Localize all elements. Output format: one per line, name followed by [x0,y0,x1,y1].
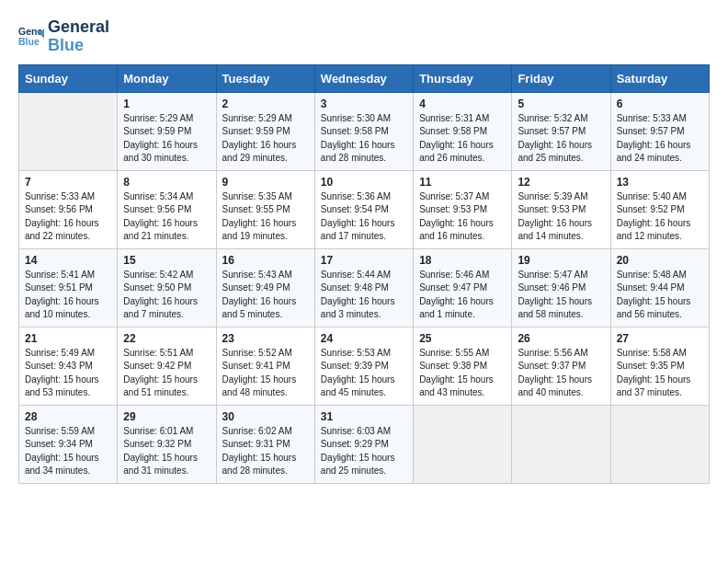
page-header: General Blue General Blue [18,18,710,55]
day-cell: 26Sunrise: 5:56 AM Sunset: 9:37 PM Dayli… [512,327,610,405]
day-cell: 31Sunrise: 6:03 AM Sunset: 9:29 PM Dayli… [314,405,413,483]
day-cell: 25Sunrise: 5:55 AM Sunset: 9:38 PM Dayli… [414,327,512,405]
day-number: 28 [25,410,111,423]
day-number: 1 [123,98,210,110]
day-info: Sunrise: 5:29 AM Sunset: 9:59 PM Dayligh… [222,112,309,166]
day-info: Sunrise: 5:42 AM Sunset: 9:50 PM Dayligh… [123,269,210,322]
day-cell: 13Sunrise: 5:40 AM Sunset: 9:52 PM Dayli… [610,170,709,248]
day-info: Sunrise: 5:32 AM Sunset: 9:57 PM Dayligh… [518,112,604,166]
day-cell [414,405,512,483]
day-number: 5 [518,98,604,110]
day-info: Sunrise: 5:37 AM Sunset: 9:53 PM Dayligh… [419,190,506,244]
logo: General Blue General Blue [18,18,109,55]
day-number: 25 [419,332,506,345]
day-info: Sunrise: 5:53 AM Sunset: 9:39 PM Dayligh… [321,347,407,400]
day-number: 15 [123,254,210,267]
day-number: 17 [321,254,407,267]
header-cell-saturday: Saturday [610,64,709,92]
day-number: 29 [123,410,210,423]
day-info: Sunrise: 5:44 AM Sunset: 9:48 PM Dayligh… [321,269,407,322]
day-number: 9 [222,176,309,189]
calendar-table: SundayMondayTuesdayWednesdayThursdayFrid… [18,64,710,484]
day-cell: 4Sunrise: 5:31 AM Sunset: 9:58 PM Daylig… [414,92,512,170]
svg-text:Blue: Blue [18,36,40,47]
day-cell: 8Sunrise: 5:34 AM Sunset: 9:56 PM Daylig… [118,170,216,248]
day-info: Sunrise: 6:01 AM Sunset: 9:32 PM Dayligh… [123,425,210,478]
day-cell: 22Sunrise: 5:51 AM Sunset: 9:42 PM Dayli… [118,327,216,405]
day-info: Sunrise: 6:03 AM Sunset: 9:29 PM Dayligh… [321,425,407,478]
day-number: 24 [321,332,407,345]
day-info: Sunrise: 5:51 AM Sunset: 9:42 PM Dayligh… [123,347,210,400]
day-number: 6 [617,98,703,110]
header-cell-sunday: Sunday [19,64,118,92]
day-info: Sunrise: 5:47 AM Sunset: 9:46 PM Dayligh… [518,269,604,322]
day-cell [19,92,118,170]
day-cell: 18Sunrise: 5:46 AM Sunset: 9:47 PM Dayli… [414,248,512,327]
day-info: Sunrise: 5:34 AM Sunset: 9:56 PM Dayligh… [123,190,210,244]
week-row-5: 28Sunrise: 5:59 AM Sunset: 9:34 PM Dayli… [19,405,710,483]
header-cell-monday: Monday [118,64,216,92]
day-info: Sunrise: 5:58 AM Sunset: 9:35 PM Dayligh… [617,347,703,400]
week-row-3: 14Sunrise: 5:41 AM Sunset: 9:51 PM Dayli… [19,248,710,327]
day-cell: 30Sunrise: 6:02 AM Sunset: 9:31 PM Dayli… [216,405,314,483]
day-info: Sunrise: 5:49 AM Sunset: 9:43 PM Dayligh… [25,347,111,400]
day-cell: 12Sunrise: 5:39 AM Sunset: 9:53 PM Dayli… [512,170,610,248]
day-number: 12 [518,176,604,189]
day-number: 16 [222,254,309,267]
day-cell [512,405,610,483]
day-number: 8 [123,176,210,189]
week-row-4: 21Sunrise: 5:49 AM Sunset: 9:43 PM Dayli… [19,327,710,405]
day-cell: 27Sunrise: 5:58 AM Sunset: 9:35 PM Dayli… [610,327,709,405]
day-info: Sunrise: 5:35 AM Sunset: 9:55 PM Dayligh… [222,190,309,244]
day-info: Sunrise: 5:33 AM Sunset: 9:56 PM Dayligh… [25,190,111,244]
day-number: 23 [222,332,309,345]
week-row-2: 7Sunrise: 5:33 AM Sunset: 9:56 PM Daylig… [19,170,710,248]
header-cell-wednesday: Wednesday [314,64,413,92]
day-number: 31 [321,410,407,423]
header-cell-thursday: Thursday [414,64,512,92]
day-info: Sunrise: 5:48 AM Sunset: 9:44 PM Dayligh… [617,269,703,322]
day-info: Sunrise: 5:41 AM Sunset: 9:51 PM Dayligh… [25,269,111,322]
header-row: SundayMondayTuesdayWednesdayThursdayFrid… [19,64,710,92]
logo-text: General Blue [48,18,109,55]
day-cell: 21Sunrise: 5:49 AM Sunset: 9:43 PM Dayli… [19,327,118,405]
header-cell-tuesday: Tuesday [216,64,314,92]
day-cell: 2Sunrise: 5:29 AM Sunset: 9:59 PM Daylig… [216,92,314,170]
day-info: Sunrise: 5:59 AM Sunset: 9:34 PM Dayligh… [25,425,111,478]
day-cell: 9Sunrise: 5:35 AM Sunset: 9:55 PM Daylig… [216,170,314,248]
day-number: 3 [321,98,407,110]
day-info: Sunrise: 5:46 AM Sunset: 9:47 PM Dayligh… [419,269,506,322]
day-number: 4 [419,98,506,110]
day-cell: 15Sunrise: 5:42 AM Sunset: 9:50 PM Dayli… [118,248,216,327]
day-number: 20 [617,254,703,267]
day-info: Sunrise: 5:29 AM Sunset: 9:59 PM Dayligh… [123,112,210,166]
day-info: Sunrise: 5:30 AM Sunset: 9:58 PM Dayligh… [321,112,407,166]
day-cell: 5Sunrise: 5:32 AM Sunset: 9:57 PM Daylig… [512,92,610,170]
calendar-header: SundayMondayTuesdayWednesdayThursdayFrid… [19,64,710,92]
header-cell-friday: Friday [512,64,610,92]
day-cell: 1Sunrise: 5:29 AM Sunset: 9:59 PM Daylig… [118,92,216,170]
day-cell: 28Sunrise: 5:59 AM Sunset: 9:34 PM Dayli… [19,405,118,483]
day-cell: 11Sunrise: 5:37 AM Sunset: 9:53 PM Dayli… [414,170,512,248]
day-info: Sunrise: 5:52 AM Sunset: 9:41 PM Dayligh… [222,347,309,400]
calendar-body: 1Sunrise: 5:29 AM Sunset: 9:59 PM Daylig… [19,92,710,483]
day-cell: 17Sunrise: 5:44 AM Sunset: 9:48 PM Dayli… [314,248,413,327]
day-number: 27 [617,332,703,345]
day-number: 22 [123,332,210,345]
day-number: 2 [222,98,309,110]
day-info: Sunrise: 5:31 AM Sunset: 9:58 PM Dayligh… [419,112,506,166]
day-cell: 24Sunrise: 5:53 AM Sunset: 9:39 PM Dayli… [314,327,413,405]
day-number: 21 [25,332,111,345]
day-cell: 14Sunrise: 5:41 AM Sunset: 9:51 PM Dayli… [19,248,118,327]
logo-icon: General Blue [18,24,44,50]
day-info: Sunrise: 5:33 AM Sunset: 9:57 PM Dayligh… [617,112,703,166]
day-cell: 19Sunrise: 5:47 AM Sunset: 9:46 PM Dayli… [512,248,610,327]
day-cell [610,405,709,483]
day-cell: 6Sunrise: 5:33 AM Sunset: 9:57 PM Daylig… [610,92,709,170]
day-number: 10 [321,176,407,189]
day-number: 19 [518,254,604,267]
day-cell: 3Sunrise: 5:30 AM Sunset: 9:58 PM Daylig… [314,92,413,170]
day-number: 30 [222,410,309,423]
day-number: 11 [419,176,506,189]
day-cell: 7Sunrise: 5:33 AM Sunset: 9:56 PM Daylig… [19,170,118,248]
